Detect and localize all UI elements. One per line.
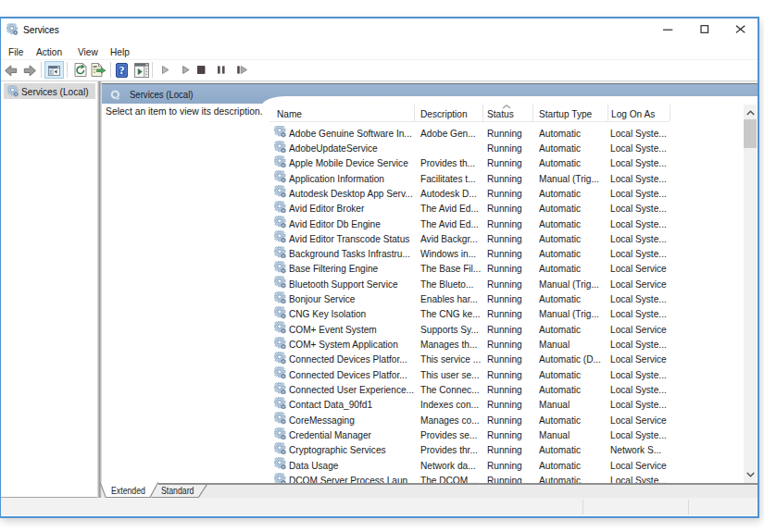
svg-text:?: ? (119, 64, 125, 77)
